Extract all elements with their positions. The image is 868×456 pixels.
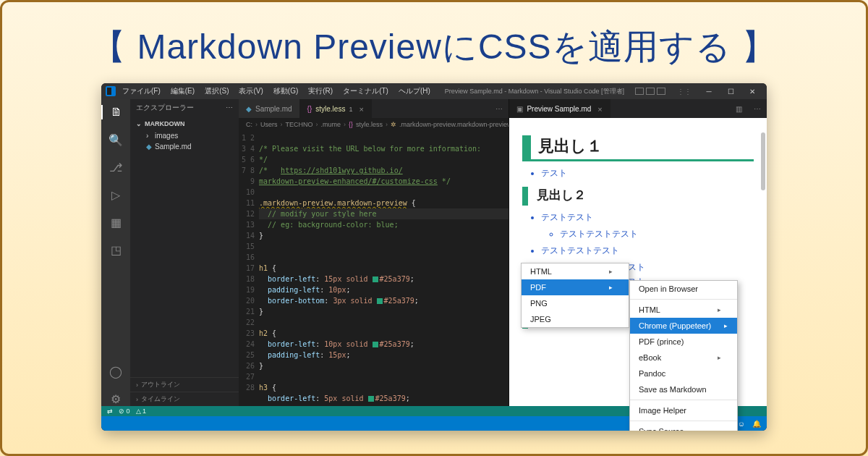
minimize-button[interactable]: ─	[699, 88, 719, 96]
timeline-panel[interactable]: › タイムライン	[130, 392, 239, 406]
menu-help[interactable]: ヘルプ(H)	[395, 86, 434, 96]
menu-view[interactable]: 表示(V)	[235, 86, 266, 96]
chevron-right-icon: ›	[146, 132, 152, 140]
code-area[interactable]: 1 2 3 4 5 6 7 8 9 10 11 12 13 14 15 16 1…	[239, 131, 509, 406]
tab-modified-count: 1	[349, 106, 352, 113]
tab-label: Sample.md	[255, 105, 292, 113]
folder-label: images	[155, 132, 178, 140]
ctx-sync-source[interactable]: Sync Source	[630, 423, 737, 431]
ctx-open-browser[interactable]: Open in Browser	[630, 281, 737, 297]
timeline-label: タイムライン	[141, 394, 180, 404]
layout-toggle-icons[interactable]	[635, 88, 665, 95]
folder-images[interactable]: › images	[130, 130, 239, 141]
vscode-logo-icon	[106, 86, 116, 96]
close-icon[interactable]: ×	[597, 105, 602, 114]
separator-icon: ⋮⋮	[677, 88, 692, 96]
menu-terminal[interactable]: ターミナル(T)	[339, 86, 392, 96]
code-text[interactable]: /* Please visit the URL below for more i…	[259, 131, 509, 406]
breadcrumb-seg: Users	[260, 121, 278, 128]
chevron-right-icon: ›	[136, 396, 138, 403]
list-item: テストテストテスト	[541, 245, 754, 257]
warnings-count[interactable]: △ 1	[136, 408, 147, 415]
maximize-button[interactable]: ☐	[720, 88, 741, 96]
outline-panel[interactable]: › アウトライン	[130, 377, 239, 392]
sidebar-more-icon[interactable]: ⋯	[226, 104, 233, 113]
breadcrumb-seg: .mume	[321, 121, 341, 128]
tab-label: style.less	[315, 105, 345, 113]
activity-bar: 🗎 🔍 ⎇ ▷ ▦ ◳ ◯ ⚙	[101, 99, 130, 406]
separator	[630, 299, 737, 300]
line-numbers: 1 2 3 4 5 6 7 8 9 10 11 12 13 14 15 16 1…	[239, 131, 259, 406]
extensions-icon[interactable]: ▦	[109, 215, 123, 229]
docker-icon[interactable]: ◳	[109, 242, 123, 257]
menu-go[interactable]: 移動(G)	[270, 86, 302, 96]
errors-count[interactable]: ⊘ 0	[119, 408, 130, 415]
ctx-save-markdown[interactable]: Save as Markdown	[630, 381, 737, 397]
run-debug-icon[interactable]: ▷	[109, 187, 123, 202]
ctx-pdf-prince[interactable]: PDF (prince)	[630, 334, 737, 350]
gear-icon[interactable]: ⚙	[109, 392, 123, 406]
preview-h1: 見出し１	[522, 135, 754, 161]
ctx-pdf[interactable]: PDF	[522, 279, 629, 295]
file-sample-md[interactable]: ◆ Sample.md	[130, 141, 239, 152]
breadcrumb-seg: TECHNO	[286, 121, 313, 128]
window-title: Preview Sample.md - Markdown - Visual St…	[437, 87, 632, 96]
scrollbar[interactable]	[761, 132, 765, 190]
outline-label: アウトライン	[141, 380, 180, 389]
tab-label: Preview Sample.md	[527, 105, 591, 113]
sidebar-title: エクスプローラー	[136, 104, 194, 113]
tab-style-less[interactable]: {} style.less 1 ×	[300, 99, 372, 118]
editor-more-icon[interactable]: ⋯	[490, 99, 509, 118]
breadcrumb-seg: style.less	[356, 121, 383, 128]
editor-more-icon[interactable]: ⋯	[748, 99, 767, 118]
titlebar: ファイル(F) 編集(E) 選択(S) 表示(V) 移動(G) 実行(R) ター…	[101, 83, 767, 99]
ctx-html[interactable]: HTML	[522, 263, 629, 279]
menu-edit[interactable]: 編集(E)	[167, 86, 198, 96]
chevron-down-icon: ⌄	[136, 120, 142, 127]
menu-select[interactable]: 選択(S)	[201, 86, 232, 96]
chevron-right-icon: ›	[136, 381, 138, 389]
ctx-pandoc[interactable]: Pandoc	[630, 366, 737, 381]
tab-sample-md[interactable]: ◆ Sample.md	[239, 99, 300, 118]
tab-preview-sample[interactable]: ▣ Preview Sample.md ×	[509, 99, 610, 118]
ctx-jpeg[interactable]: JPEG	[522, 311, 629, 327]
menu-file[interactable]: ファイル(F)	[119, 86, 164, 96]
explorer-icon[interactable]: 🗎	[101, 105, 130, 119]
close-icon[interactable]: ×	[359, 105, 363, 114]
sidebar-root[interactable]: ⌄ MARKDOWN	[130, 117, 239, 130]
search-icon[interactable]: 🔍	[109, 132, 123, 147]
breadcrumb-seg: .markdown-preview.markdown-preview	[399, 121, 509, 128]
markdown-icon: ◆	[246, 105, 252, 113]
ctx-html[interactable]: HTML	[630, 302, 737, 318]
feedback-icon[interactable]: ☺	[738, 420, 745, 428]
source-control-icon[interactable]: ⎇	[109, 160, 123, 174]
editor-tabs: ◆ Sample.md {} style.less 1 × ⋯	[239, 99, 509, 118]
list-item: テストテスト	[541, 211, 754, 224]
vscode-window: ファイル(F) 編集(E) 選択(S) 表示(V) 移動(G) 実行(R) ター…	[101, 83, 767, 431]
ctx-ebook[interactable]: eBook	[630, 350, 737, 366]
ctx-png[interactable]: PNG	[522, 295, 629, 311]
split-icon[interactable]: ▥	[730, 99, 748, 118]
menu-run[interactable]: 実行(R)	[305, 86, 336, 96]
editor-code: ◆ Sample.md {} style.less 1 × ⋯	[239, 99, 509, 406]
file-label: Sample.md	[155, 143, 192, 151]
sidebar-root-label: MARKDOWN	[145, 120, 185, 127]
less-icon: {}	[307, 105, 312, 113]
preview-tabs: ▣ Preview Sample.md × ▥ ⋯	[509, 99, 767, 118]
page-title: 【 Markdown PreviewにCSSを適用する 】	[31, 24, 837, 70]
ctx-chrome-puppeteer[interactable]: Chrome (Puppeteer)	[630, 318, 737, 334]
list-item: テスト	[541, 167, 754, 180]
breadcrumb[interactable]: C:› Users› TECHNO› .mume› {} style.less›…	[239, 118, 509, 131]
ctx-image-helper[interactable]: Image Helper	[630, 402, 737, 418]
markdown-icon: ◆	[146, 143, 152, 151]
separator	[630, 400, 737, 400]
account-icon[interactable]: ◯	[109, 364, 123, 379]
notifications-icon[interactable]: 🔔	[752, 420, 761, 428]
remote-icon[interactable]: ⇄	[107, 408, 113, 415]
preview-h2: 見出し２	[522, 187, 754, 206]
close-button[interactable]: ✕	[742, 88, 762, 96]
breadcrumb-seg: C:	[246, 121, 252, 128]
list-item: テストテストテスト	[560, 228, 754, 240]
context-menu-export: HTML PDF PNG JPEG	[521, 263, 629, 328]
sidebar: エクスプローラー ⋯ ⌄ MARKDOWN › images ◆ Sample.…	[130, 99, 239, 406]
